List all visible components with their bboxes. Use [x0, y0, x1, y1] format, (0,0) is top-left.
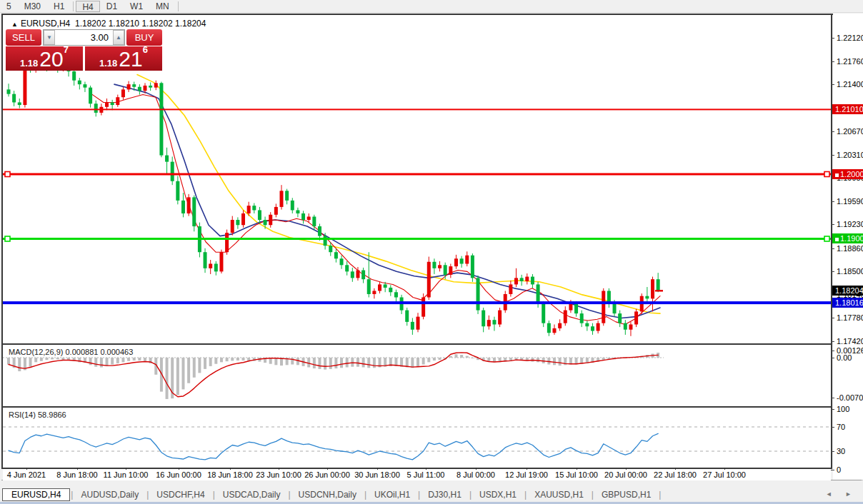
timeframe-button-mn[interactable]: MN — [149, 1, 176, 12]
price-badge-1.19007: 1.19007 — [832, 233, 863, 243]
toolbar-separator — [73, 1, 74, 11]
chart-title: ▲EURUSD,H4 1.18202 1.18210 1.18202 1.182… — [11, 19, 206, 29]
chart-tab-usdcnh[interactable]: USDCNH,Daily — [291, 488, 364, 501]
sell-price-big-digits: 20 — [39, 49, 63, 69]
time-tick — [77, 468, 78, 470]
volume-increase-button[interactable]: ▲ — [113, 30, 124, 45]
chart-tab-dj30[interactable]: DJ30,H1 — [421, 488, 469, 501]
sell-price-prefix: 1.18 — [20, 57, 38, 69]
price-tick — [831, 131, 834, 132]
price-tick — [831, 341, 834, 342]
volume-decrease-button[interactable]: ▼ — [44, 30, 55, 45]
line-anchor-icon — [835, 238, 839, 241]
chart-tab-gbpusd[interactable]: GBPUSD,H1 — [594, 488, 658, 501]
collapse-triangle-icon[interactable]: ▲ — [11, 21, 18, 28]
price-tick — [831, 155, 834, 156]
time-tick — [476, 468, 477, 470]
macd-axis-tick — [831, 398, 834, 398]
time-tick — [675, 468, 676, 470]
time-tick-label: 27 Jul 10:00 — [692, 470, 757, 479]
price-tick-label: 1.21760 — [837, 57, 863, 66]
macd-signal-value: 0.000463 — [100, 348, 133, 356]
buy-price-big-digits: 21 — [119, 49, 142, 69]
time-tick — [230, 468, 231, 470]
price-tick-label: 1.18500 — [837, 267, 863, 276]
price-badge-1.20008: 1.20008 — [832, 169, 863, 179]
macd-axis-tick — [831, 351, 834, 351]
sell-price-pip-digit: 7 — [64, 39, 69, 61]
time-tick — [724, 468, 725, 470]
time-tick — [527, 468, 527, 470]
buy-price-pip-digit: 6 — [143, 39, 148, 61]
price-tick-label: 1.19590 — [837, 197, 863, 206]
price-tick — [831, 224, 834, 225]
one-click-trading-panel: SELL ▼ 3.00 ▲ BUY 1.18207 1.18216 — [6, 29, 162, 71]
chart-tab-usdx[interactable]: USDX,H1 — [472, 488, 524, 501]
chart-tab-ukoil[interactable]: UKOil,H1 — [367, 488, 417, 501]
macd-axis-label: -0.00707 — [837, 393, 863, 402]
sell-price-display[interactable]: 1.18207 — [6, 46, 83, 71]
toolbar-separator — [178, 1, 179, 11]
timeframe-button-m30[interactable]: M30 — [18, 1, 47, 12]
price-tick-label: 1.17780 — [837, 313, 863, 322]
chart-tab-usdchf[interactable]: USDCHF,H4 — [149, 488, 211, 501]
chart-tab-xauusd[interactable]: XAUUSD,H1 — [527, 488, 591, 501]
rsi-label-row: RSI(14) 58.9866 — [9, 410, 66, 419]
time-tick — [126, 468, 126, 470]
price-tick — [831, 318, 834, 318]
time-tick — [179, 468, 179, 470]
price-badge-1.18204: 1.18204 — [832, 286, 863, 296]
price-tick-label: 1.22120 — [837, 34, 863, 42]
price-tick — [831, 84, 834, 85]
tab-separator: | — [658, 490, 662, 500]
rsi-value: 58.9866 — [38, 410, 66, 419]
price-tick-label: 1.20310 — [837, 151, 863, 159]
rsi-axis-tick — [831, 470, 834, 470]
timeframe-button-5[interactable]: 5 — [0, 1, 18, 12]
timeframe-button-d1[interactable]: D1 — [100, 1, 124, 12]
price-tick-label: 1.18860 — [837, 244, 863, 253]
rsi-axis-label: 100 — [837, 405, 849, 413]
buy-price-display[interactable]: 1.18216 — [85, 46, 162, 71]
time-tick — [426, 468, 426, 470]
time-tick — [327, 468, 328, 470]
time-tick — [626, 468, 627, 470]
chart-tab-bar: EURUSD,H4|AUDUSD,Daily|USDCHF,H4|USDCAD,… — [0, 487, 863, 502]
timeframe-button-w1[interactable]: W1 — [124, 1, 149, 12]
macd-axis-tick — [831, 358, 834, 358]
rsi-axis-tick — [831, 451, 834, 452]
time-axis[interactable]: 4 Jun 20218 Jun 18:0011 Jun 10:0016 Jun … — [3, 469, 831, 480]
rsi-axis-tick — [831, 409, 834, 410]
price-tick — [831, 201, 834, 202]
price-axis[interactable]: 1.221201.217601.214001.206701.203101.199… — [833, 14, 863, 480]
chart-tab-eurusd[interactable]: EURUSD,H4 — [2, 488, 70, 501]
chart-ohlc-values: 1.18202 1.18210 1.18202 1.18204 — [75, 19, 206, 29]
rsi-name: RSI(14) — [9, 410, 36, 419]
chart-tab-audusd[interactable]: AUDUSD,Daily — [74, 488, 146, 501]
macd-axis-label: 0.00 — [837, 353, 852, 362]
price-badge-1.21010: 1.21010 — [832, 104, 863, 114]
price-tick-label: 1.19230 — [837, 220, 863, 228]
horizontal-lines — [3, 109, 831, 304]
price-tick-label: 1.21400 — [837, 80, 863, 89]
rsi-axis-label: 0 — [837, 465, 841, 474]
price-badge-1.18016: 1.18016 — [832, 298, 863, 308]
buy-price-prefix: 1.18 — [99, 57, 117, 69]
tab-scroll-arrows[interactable]: ◄ ► — [826, 490, 857, 498]
sell-button[interactable]: SELL — [6, 29, 41, 46]
timeframe-button-h4[interactable]: H4 — [76, 1, 99, 12]
timeframe-toolbar: 5M30H1H4D1W1MN — [0, 0, 863, 13]
macd-name: MACD(12,26,9) — [9, 348, 63, 356]
price-tick — [831, 61, 834, 62]
price-tick-label: 1.17420 — [837, 337, 863, 346]
timeframe-button-h1[interactable]: H1 — [47, 1, 71, 12]
candles — [7, 59, 660, 336]
chart-tab-usdcad[interactable]: USDCAD,Daily — [216, 488, 288, 501]
price-tick — [831, 271, 834, 272]
time-tick — [377, 468, 378, 470]
rsi-panel[interactable] — [3, 408, 831, 468]
macd-histogram — [7, 353, 659, 399]
time-tick — [577, 468, 577, 470]
rsi-axis-tick — [831, 427, 834, 428]
price-tick-label: 1.20670 — [837, 127, 863, 136]
